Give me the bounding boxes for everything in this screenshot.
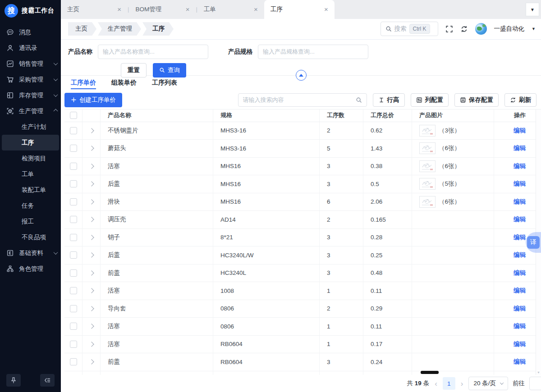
- row-checkbox[interactable]: [70, 305, 77, 312]
- row-checkbox[interactable]: [70, 198, 77, 205]
- sidebar-item-production-management[interactable]: 生产管理: [0, 103, 61, 119]
- view-tab-2[interactable]: 工序列表: [152, 79, 177, 91]
- product-thumbnail[interactable]: [419, 125, 436, 137]
- user-menu-caret-icon[interactable]: ▼: [532, 27, 536, 31]
- row-checkbox[interactable]: [70, 180, 77, 187]
- row-checkbox[interactable]: [70, 251, 77, 259]
- sidebar-item-basic-data[interactable]: 基础资料: [0, 245, 61, 261]
- expand-row-icon[interactable]: [89, 288, 94, 293]
- expand-row-icon[interactable]: [89, 182, 94, 187]
- column-config-button[interactable]: 列配置: [411, 93, 449, 107]
- expand-row-icon[interactable]: [89, 217, 94, 222]
- sidebar-item-production-plan[interactable]: 生产计划: [0, 119, 61, 135]
- edit-link[interactable]: 编辑: [513, 180, 526, 188]
- close-tab-icon[interactable]: ×: [324, 6, 328, 13]
- row-checkbox[interactable]: [70, 287, 77, 294]
- next-page-button[interactable]: ›: [460, 380, 464, 387]
- product-thumbnail[interactable]: [419, 178, 436, 190]
- prev-page-button[interactable]: ‹: [434, 380, 438, 387]
- page-number-1[interactable]: 1: [443, 377, 455, 390]
- expand-row-icon[interactable]: [89, 164, 94, 169]
- view-tab-0[interactable]: 工序单价: [71, 79, 96, 91]
- expand-row-icon[interactable]: [89, 306, 94, 311]
- edit-link[interactable]: 编辑: [513, 215, 526, 223]
- sidebar-item-tasks[interactable]: 任务: [0, 198, 61, 214]
- sidebar-item-sales-management[interactable]: 销售管理: [0, 56, 61, 72]
- search-icon[interactable]: [356, 97, 362, 103]
- user-name[interactable]: 一盛自动化: [494, 25, 525, 33]
- query-button[interactable]: 查询: [153, 63, 186, 77]
- expand-row-icon[interactable]: [89, 270, 94, 275]
- sidebar-item-inspection-items[interactable]: 检测项目: [0, 150, 61, 166]
- product-name-input[interactable]: [98, 45, 208, 59]
- sidebar-item-role-management[interactable]: 角色管理: [0, 261, 61, 277]
- create-process-price-button[interactable]: 创建工序单价: [64, 93, 122, 107]
- sidebar-item-work-report[interactable]: 报工: [0, 214, 61, 229]
- expand-row-icon[interactable]: [89, 324, 94, 329]
- edit-link[interactable]: 编辑: [513, 251, 526, 259]
- expand-row-icon[interactable]: [89, 342, 94, 346]
- row-checkbox[interactable]: [70, 269, 77, 277]
- edit-link[interactable]: 编辑: [513, 198, 526, 206]
- product-spec-input[interactable]: [258, 45, 368, 59]
- breadcrumb-home[interactable]: 主页: [68, 22, 96, 36]
- table-search-input[interactable]: [243, 96, 356, 103]
- refresh-table-button[interactable]: 刷新: [504, 93, 536, 107]
- expand-row-icon[interactable]: [89, 360, 94, 365]
- close-tab-icon[interactable]: ×: [117, 6, 121, 13]
- edit-link[interactable]: 编辑: [513, 322, 526, 330]
- row-checkbox[interactable]: [70, 127, 77, 134]
- select-all-checkbox[interactable]: [70, 112, 77, 119]
- reset-button[interactable]: 重置: [121, 63, 147, 77]
- sidebar-item-assembly-work-order[interactable]: 装配工单: [0, 182, 61, 198]
- row-checkbox[interactable]: [70, 358, 77, 365]
- row-height-button[interactable]: 行高: [373, 93, 405, 107]
- collapse-filters-button[interactable]: [296, 70, 307, 81]
- row-checkbox[interactable]: [70, 323, 77, 330]
- edit-link[interactable]: 编辑: [513, 162, 526, 170]
- fullscreen-button[interactable]: [445, 25, 453, 33]
- tab-list-dropdown-button[interactable]: ▼: [526, 3, 539, 16]
- refresh-page-button[interactable]: [460, 25, 468, 33]
- edit-link[interactable]: 编辑: [513, 233, 526, 242]
- row-checkbox[interactable]: [70, 234, 77, 241]
- avatar[interactable]: [475, 23, 487, 35]
- close-tab-icon[interactable]: ×: [254, 6, 258, 13]
- edit-link[interactable]: 编辑: [513, 305, 526, 313]
- row-checkbox[interactable]: [70, 145, 77, 152]
- edit-link[interactable]: 编辑: [513, 358, 526, 366]
- sidebar-item-inventory-management[interactable]: 库存管理: [0, 87, 61, 103]
- sidebar-item-defective-items[interactable]: 不良品项: [0, 229, 61, 245]
- expand-row-icon[interactable]: [89, 128, 94, 133]
- sidebar-item-contacts[interactable]: 通讯录: [0, 40, 61, 56]
- open-tab-1[interactable]: BOM管理×: [129, 0, 196, 19]
- sidebar-item-work-order[interactable]: 工单: [0, 166, 61, 182]
- expand-row-icon[interactable]: [89, 199, 94, 204]
- sidebar-item-process[interactable]: 工序: [2, 135, 59, 150]
- breadcrumb-process[interactable]: 工序: [142, 22, 174, 36]
- global-search-box[interactable]: 搜索 Ctrl K: [381, 22, 438, 36]
- pin-sidebar-button[interactable]: [6, 374, 21, 387]
- edit-link[interactable]: 编辑: [513, 269, 526, 277]
- breadcrumb-production[interactable]: 生产管理: [98, 22, 141, 36]
- close-tab-icon[interactable]: ×: [186, 6, 190, 13]
- open-tab-2[interactable]: 工单×: [197, 0, 264, 19]
- horizontal-scrollbar-thumb[interactable]: [421, 371, 439, 374]
- open-tab-0[interactable]: 主页×: [61, 0, 128, 19]
- page-size-select[interactable]: 20 条/页: [468, 377, 508, 390]
- edit-link[interactable]: 编辑: [513, 144, 526, 152]
- expand-row-icon[interactable]: [89, 235, 94, 240]
- product-thumbnail[interactable]: [419, 142, 436, 154]
- product-thumbnail[interactable]: [419, 196, 436, 208]
- collapse-sidebar-button[interactable]: [40, 374, 55, 387]
- app-logo[interactable]: 搜 搜霸工作台: [0, 0, 61, 22]
- row-checkbox[interactable]: [70, 341, 77, 348]
- product-thumbnail[interactable]: [419, 160, 436, 172]
- row-checkbox[interactable]: [70, 163, 77, 170]
- edit-link[interactable]: 编辑: [513, 287, 526, 295]
- goto-page-input[interactable]: [529, 377, 541, 390]
- expand-row-icon[interactable]: [89, 146, 94, 151]
- expand-row-icon[interactable]: [89, 253, 94, 258]
- edit-link[interactable]: 编辑: [513, 340, 526, 348]
- row-checkbox[interactable]: [70, 216, 77, 223]
